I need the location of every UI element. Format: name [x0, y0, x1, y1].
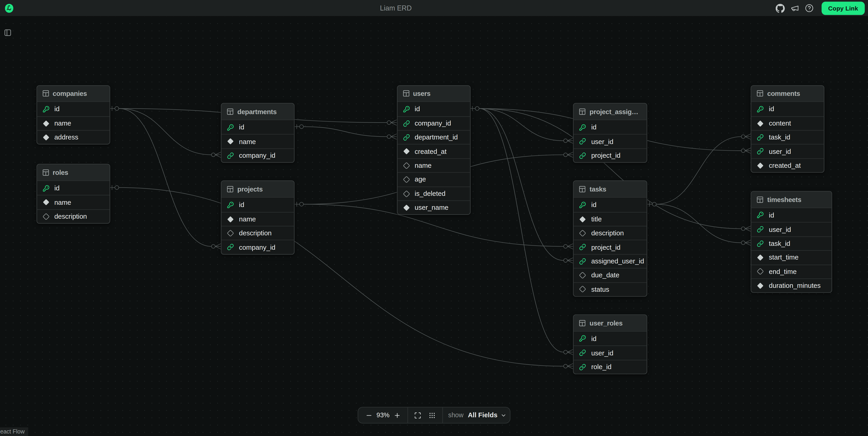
cardinality-many-marker: [741, 134, 751, 139]
column-name: assigned_user_id: [591, 257, 644, 265]
not-null-icon: [42, 199, 49, 206]
page-title: Liam ERD: [0, 0, 792, 17]
not-null-icon: [403, 204, 410, 211]
column-name: id: [54, 184, 60, 192]
cardinality-many-marker: [564, 258, 573, 263]
table-header[interactable]: user_roles: [574, 315, 647, 332]
primary-key-icon: [579, 335, 586, 342]
copy-link-button[interactable]: Copy Link: [822, 2, 865, 15]
column-row-id: id: [751, 208, 832, 222]
table-node-timesheets[interactable]: timesheetsiduser_idtask_idstart_timeend_…: [751, 191, 832, 293]
table-node-companies[interactable]: companiesidnameaddress: [36, 85, 110, 145]
table-name: roles: [53, 169, 68, 177]
cardinality-many-marker: [564, 138, 573, 143]
nullable-icon: [403, 176, 410, 183]
table-icon: [756, 90, 764, 97]
nullable-icon: [579, 230, 586, 237]
column-row-name: name: [397, 158, 470, 173]
help-icon[interactable]: [804, 4, 814, 13]
column-name: project_id: [591, 243, 621, 251]
column-name: name: [414, 162, 432, 169]
cardinality-one-marker: [470, 106, 479, 111]
table-name: user_roles: [589, 319, 623, 327]
react-flow-attribution[interactable]: React Flow: [0, 427, 28, 436]
column-row-description: description: [574, 226, 647, 240]
chevron-down-icon: [500, 412, 506, 418]
table-header[interactable]: project_assignments: [574, 104, 647, 120]
foreign-key-icon: [579, 258, 586, 264]
table-node-roles[interactable]: rolesidnamedescription: [36, 164, 110, 224]
foreign-key-icon: [579, 152, 586, 159]
not-null-icon: [579, 216, 586, 223]
column-row-project_id: project_id: [574, 240, 647, 254]
column-row-id: id: [221, 198, 294, 212]
cardinality-many-marker: [564, 349, 573, 355]
table-node-departments[interactable]: departmentsidnamecompany_id: [221, 103, 295, 163]
column-name: user_id: [591, 138, 614, 146]
relationship-edge: [479, 108, 564, 260]
table-header[interactable]: tasks: [574, 181, 647, 198]
column-name: end_time: [769, 268, 797, 276]
table-header[interactable]: users: [397, 86, 470, 102]
column-row-end_time: end_time: [751, 264, 832, 279]
fields-filter-dropdown[interactable]: All Fields: [468, 411, 506, 419]
column-row-address: address: [37, 130, 110, 144]
table-header[interactable]: timesheets: [751, 192, 832, 208]
column-name: company_id: [239, 152, 275, 160]
column-name: description: [239, 229, 272, 237]
column-row-id: id: [221, 120, 294, 134]
column-name: id: [239, 123, 244, 131]
table-name: companies: [53, 90, 87, 97]
relationship-edge: [656, 204, 741, 243]
table-node-comments[interactable]: commentsidcontenttask_iduser_idcreated_a…: [751, 85, 825, 173]
table-icon: [756, 196, 764, 204]
column-name: project_id: [591, 152, 621, 160]
table-node-user_roles[interactable]: user_rolesiduser_idrole_id: [573, 315, 647, 374]
zoom-in-button[interactable]: [393, 411, 402, 419]
megaphone-icon[interactable]: [790, 4, 799, 13]
column-name: duration_minutes: [769, 282, 821, 290]
table-header[interactable]: projects: [221, 181, 294, 198]
column-row-name: name: [221, 134, 294, 148]
table-header[interactable]: companies: [37, 86, 110, 102]
column-row-created_at: created_at: [397, 144, 470, 158]
column-row-id: id: [574, 332, 647, 346]
column-name: due_date: [591, 272, 619, 279]
fit-view-button[interactable]: [413, 411, 422, 419]
table-header[interactable]: comments: [751, 86, 824, 102]
column-name: role_id: [591, 363, 612, 371]
column-row-user_id: user_id: [574, 346, 647, 360]
column-row-task_id: task_id: [751, 130, 824, 144]
sidebar-toggle-button[interactable]: [4, 29, 12, 36]
table-node-project_assignments[interactable]: project_assignmentsiduser_idproject_id: [573, 103, 647, 163]
column-row-department_id: department_id: [397, 130, 470, 144]
tidy-up-button[interactable]: [428, 411, 437, 419]
top-bar: ℒ Liam ERD Copy Link: [0, 0, 868, 17]
table-header[interactable]: departments: [221, 104, 294, 120]
zoom-out-button[interactable]: [364, 411, 373, 419]
column-name: address: [54, 133, 78, 141]
not-null-icon: [42, 134, 49, 141]
column-name: company_id: [414, 119, 451, 127]
column-row-name: name: [37, 195, 110, 209]
table-header[interactable]: roles: [37, 164, 110, 181]
column-name: title: [591, 215, 602, 223]
column-name: description: [54, 213, 87, 220]
column-row-role_id: role_id: [574, 360, 647, 374]
column-name: id: [591, 123, 596, 131]
table-node-tasks[interactable]: tasksidtitledescriptionproject_idassigne…: [573, 181, 647, 297]
primary-key-icon: [227, 201, 234, 208]
table-icon: [42, 90, 49, 97]
column-name: start_time: [769, 254, 799, 261]
table-node-users[interactable]: usersidcompany_iddepartment_idcreated_at…: [397, 85, 470, 215]
column-name: user_id: [591, 349, 614, 357]
not-null-icon: [227, 138, 234, 145]
cardinality-many-marker: [564, 244, 573, 249]
cardinality-many-marker: [387, 120, 397, 125]
cardinality-many-marker: [741, 240, 751, 245]
topbar-actions: Copy Link: [776, 0, 865, 17]
table-node-projects[interactable]: projectsidnamedescriptioncompany_id: [221, 181, 295, 254]
github-icon[interactable]: [776, 4, 785, 13]
erd-canvas[interactable]: companiesidnameaddressrolesidnamedescrip…: [0, 17, 868, 436]
column-name: id: [414, 105, 420, 113]
